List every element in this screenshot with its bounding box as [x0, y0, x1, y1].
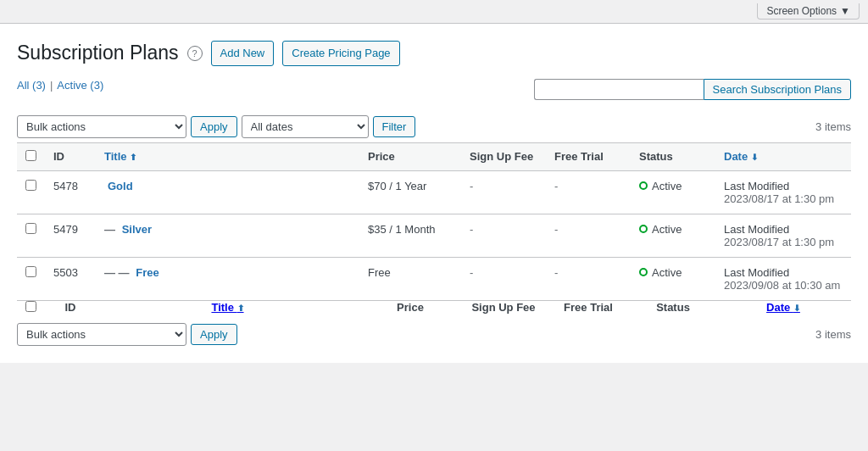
tfoot-signup-fee: Sign Up Fee	[461, 300, 546, 315]
row-trial-2: -	[546, 257, 631, 300]
row-trial-0: -	[546, 170, 631, 214]
row-checkbox-0	[17, 170, 45, 214]
page-title: Subscription Plans	[17, 41, 179, 66]
row-id-0: 5478	[45, 170, 96, 214]
row-date-2: Last Modified 2023/09/08 at 10:30 am	[715, 257, 851, 300]
tfoot-price: Price	[359, 300, 461, 315]
row-indent-1: —	[104, 223, 122, 236]
row-checkbox-2	[17, 257, 45, 300]
row-date-label-0: Last Modified	[724, 180, 843, 192]
row-date-1: Last Modified 2023/08/17 at 1:30 pm	[715, 214, 851, 257]
date-sort-arrow: ⬇	[751, 153, 758, 162]
status-dot-2	[639, 268, 648, 276]
add-new-button[interactable]: Add New	[211, 41, 275, 66]
select-all-checkbox[interactable]	[25, 150, 36, 161]
toolbar-top: Bulk actions Delete Apply All dates Filt…	[17, 115, 851, 138]
row-signup-1: -	[461, 214, 546, 257]
page-header: Subscription Plans ? Add New Create Pric…	[17, 32, 851, 79]
screen-options-bar: Screen Options ▼	[0, 0, 868, 24]
row-date-label-1: Last Modified	[724, 223, 843, 236]
row-id-1: 5479	[45, 214, 96, 257]
main-content: Subscription Plans ? Add New Create Pric…	[0, 24, 868, 363]
header-area: Search Subscription Plans All (3) | Acti…	[17, 79, 851, 109]
table-footer-row: ID Title ⬆ Price Sign Up Fee Free Trial …	[17, 300, 851, 315]
th-status-label: Status	[639, 150, 673, 163]
row-checkbox-input-2[interactable]	[25, 266, 36, 277]
row-signup-0: -	[461, 170, 546, 214]
table-row: 5478 Gold $70 / 1 Year - - Active Last M…	[17, 170, 851, 214]
th-date-link[interactable]: Date ⬇	[724, 150, 758, 163]
th-checkbox	[17, 142, 45, 170]
status-label-2: Active	[652, 266, 682, 279]
filter-links: All (3) | Active (3)	[17, 79, 534, 92]
help-icon[interactable]: ?	[187, 46, 203, 61]
th-date: Date ⬇	[715, 142, 851, 170]
table-head: ID Title ⬆ Price Sign Up Fee Free Trial …	[17, 142, 851, 170]
items-count-bottom: 3 items	[815, 328, 851, 341]
th-signup-fee-label: Sign Up Fee	[470, 150, 533, 163]
th-id-label: ID	[53, 150, 64, 163]
apply-button-top[interactable]: Apply	[191, 116, 237, 137]
row-price-2: Free	[359, 257, 461, 300]
search-area: Search Subscription Plans	[534, 79, 851, 100]
table-row: 5479 — Silver $35 / 1 Month - - Active L…	[17, 214, 851, 257]
row-date-value-2: 2023/09/08 at 10:30 am	[724, 279, 843, 292]
row-title-2: — — Free	[96, 257, 359, 300]
filter-active-link[interactable]: Active (3)	[57, 79, 103, 92]
filter-separator: |	[50, 79, 53, 92]
row-price-0: $70 / 1 Year	[359, 170, 461, 214]
table-foot: ID Title ⬆ Price Sign Up Fee Free Trial …	[17, 300, 851, 315]
tfoot-status: Status	[631, 300, 715, 315]
th-signup-fee: Sign Up Fee	[461, 142, 546, 170]
status-label-0: Active	[652, 180, 682, 192]
th-free-trial: Free Trial	[546, 142, 631, 170]
row-price-1: $35 / 1 Month	[359, 214, 461, 257]
tfoot-title: Title ⬆	[96, 300, 359, 315]
table-body: 5478 Gold $70 / 1 Year - - Active Last M…	[17, 170, 851, 300]
row-title-link-2[interactable]: — — Free	[104, 266, 159, 279]
status-label-1: Active	[652, 223, 682, 236]
th-price-label: Price	[368, 150, 395, 163]
bulk-actions-select-bottom[interactable]: Bulk actions Delete	[17, 323, 186, 346]
tfoot-id: ID	[45, 300, 96, 315]
row-title-1: — Silver	[96, 214, 359, 257]
row-indent-0	[104, 180, 108, 192]
tfoot-title-link[interactable]: Title ⬆	[211, 301, 243, 314]
row-date-value-0: 2023/08/17 at 1:30 pm	[724, 192, 843, 205]
row-status-0: Active	[631, 170, 715, 214]
search-input[interactable]	[534, 79, 704, 100]
th-title-link[interactable]: Title ⬆	[104, 150, 136, 163]
tfoot-checkbox	[17, 300, 45, 315]
screen-options-arrow: ▼	[840, 5, 850, 17]
row-title-0: Gold	[96, 170, 359, 214]
th-title: Title ⬆	[96, 142, 359, 170]
table-header-row: ID Title ⬆ Price Sign Up Fee Free Trial …	[17, 142, 851, 170]
row-checkbox-input-0[interactable]	[25, 180, 36, 191]
filter-all-link[interactable]: All (3)	[17, 79, 46, 92]
row-date-0: Last Modified 2023/08/17 at 1:30 pm	[715, 170, 851, 214]
row-indent-2: — —	[104, 266, 136, 279]
screen-options-label: Screen Options	[766, 5, 837, 17]
select-all-checkbox-bottom[interactable]	[25, 301, 36, 312]
date-filter-select[interactable]: All dates	[242, 115, 369, 138]
th-id: ID	[45, 142, 96, 170]
screen-options-button[interactable]: Screen Options ▼	[757, 3, 860, 19]
row-id-2: 5503	[45, 257, 96, 300]
filter-button[interactable]: Filter	[373, 116, 416, 137]
th-price: Price	[359, 142, 461, 170]
search-button[interactable]: Search Subscription Plans	[704, 79, 851, 100]
title-sort-arrow: ⬆	[130, 153, 136, 162]
row-title-link-0[interactable]: Gold	[104, 180, 133, 192]
items-count-top: 3 items	[815, 120, 851, 133]
row-title-link-1[interactable]: — Silver	[104, 223, 152, 236]
row-checkbox-1	[17, 214, 45, 257]
status-dot-0	[639, 181, 648, 190]
tfoot-date-link[interactable]: Date ⬇	[766, 301, 800, 314]
th-status: Status	[631, 142, 715, 170]
bulk-actions-select-top[interactable]: Bulk actions Delete	[17, 115, 186, 138]
create-pricing-page-button[interactable]: Create Pricing Page	[282, 41, 399, 66]
row-checkbox-input-1[interactable]	[25, 223, 36, 234]
row-status-1: Active	[631, 214, 715, 257]
table-row: 5503 — — Free Free - - Active Last Modif…	[17, 257, 851, 300]
apply-button-bottom[interactable]: Apply	[191, 324, 237, 345]
